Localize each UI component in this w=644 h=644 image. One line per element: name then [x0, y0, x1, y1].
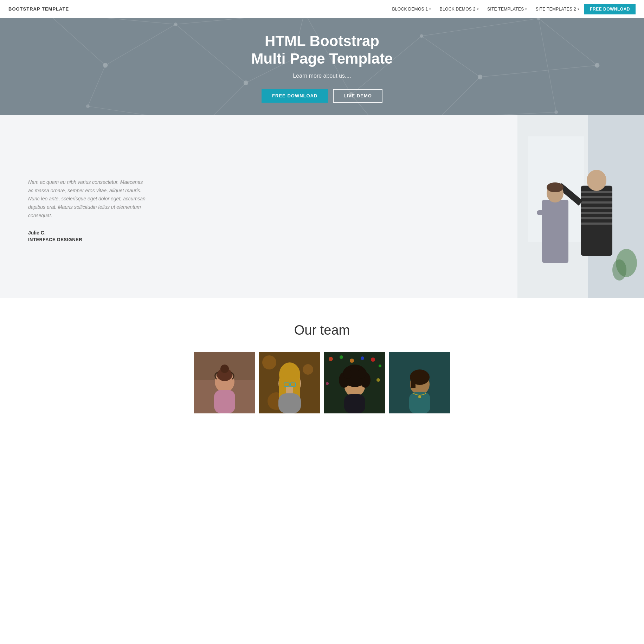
svg-point-65 — [262, 355, 276, 369]
svg-point-98 — [418, 395, 421, 398]
svg-rect-53 — [542, 200, 568, 263]
about-image — [517, 115, 644, 298]
svg-point-83 — [376, 378, 380, 382]
nav-brand[interactable]: BOOTSTRAP TEMPLATE — [8, 6, 69, 12]
svg-point-81 — [371, 358, 375, 362]
hero-section: HTML Bootstrap Multi Page Template Learn… — [0, 18, 644, 115]
team-grid — [7, 352, 637, 413]
svg-rect-47 — [581, 207, 612, 209]
svg-line-31 — [480, 65, 597, 77]
svg-rect-49 — [581, 217, 612, 219]
nav-free-download-button[interactable]: FREE DOWNLOAD — [584, 4, 636, 14]
svg-rect-56 — [537, 210, 549, 215]
hero-buttons: FREE DOWNLOAD LIVE DEMO — [251, 89, 393, 103]
svg-line-34 — [88, 106, 205, 115]
team-photo-4 — [389, 352, 450, 413]
svg-point-66 — [303, 364, 313, 375]
hero-title: HTML Bootstrap Multi Page Template — [251, 32, 393, 68]
svg-rect-48 — [581, 212, 612, 214]
main-nav: BOOTSTRAP TEMPLATE BLOCK DEMOS 1 ▾ BLOCK… — [0, 0, 644, 18]
team-card — [389, 352, 450, 413]
svg-line-32 — [539, 18, 597, 65]
svg-rect-96 — [411, 377, 416, 388]
svg-point-82 — [379, 365, 381, 367]
svg-line-17 — [47, 18, 175, 24]
svg-line-37 — [439, 112, 556, 115]
team-photo-3 — [324, 352, 385, 413]
svg-rect-75 — [278, 393, 301, 413]
svg-line-20 — [176, 24, 246, 83]
team-title: Our team — [7, 323, 637, 338]
about-quote: Nam ac quam eu nibh varius consectetur. … — [28, 178, 148, 220]
about-text-area: Nam ac quam eu nibh varius consectetur. … — [0, 115, 517, 298]
nav-link-site-templates[interactable]: SITE TEMPLATES ▾ — [484, 5, 531, 14]
svg-point-80 — [361, 356, 364, 360]
about-section: Nam ac quam eu nibh varius consectetur. … — [0, 115, 644, 298]
team-card — [194, 352, 255, 413]
chevron-down-icon: ▾ — [578, 7, 579, 11]
hero-free-download-button[interactable]: FREE DOWNLOAD — [262, 89, 328, 103]
hero-content: HTML Bootstrap Multi Page Template Learn… — [244, 18, 400, 115]
chevron-down-icon: ▾ — [429, 7, 431, 11]
svg-point-61 — [220, 365, 229, 373]
svg-point-78 — [340, 355, 343, 359]
svg-rect-62 — [214, 390, 235, 413]
svg-rect-45 — [581, 196, 612, 198]
nav-link-block-demos-2[interactable]: BLOCK DEMOS 2 ▾ — [436, 5, 482, 14]
team-card — [259, 352, 320, 413]
svg-point-90 — [358, 369, 366, 379]
hero-subtitle: Learn more about us.... — [251, 73, 393, 79]
svg-point-55 — [547, 182, 564, 192]
svg-line-33 — [539, 18, 556, 112]
hero-live-demo-button[interactable]: LIVE DEMO — [333, 89, 382, 103]
about-name: Julie C. — [28, 230, 496, 236]
about-photo-placeholder — [517, 115, 644, 298]
nav-links: BLOCK DEMOS 1 ▾ BLOCK DEMOS 2 ▾ SITE TEM… — [389, 4, 636, 14]
svg-rect-46 — [581, 201, 612, 204]
svg-point-51 — [587, 170, 606, 191]
svg-line-16 — [47, 18, 105, 65]
svg-line-28 — [421, 36, 480, 77]
svg-rect-44 — [581, 191, 612, 193]
svg-point-89 — [343, 369, 352, 379]
chevron-down-icon: ▾ — [525, 7, 527, 11]
svg-line-22 — [205, 83, 246, 115]
nav-link-site-templates-2[interactable]: SITE TEMPLATES 2 ▾ — [532, 5, 583, 14]
nav-link-block-demos-1[interactable]: BLOCK DEMOS 1 ▾ — [389, 5, 435, 14]
chevron-down-icon: ▾ — [477, 7, 479, 11]
svg-point-77 — [329, 357, 333, 361]
svg-rect-50 — [581, 223, 612, 225]
team-card — [324, 352, 385, 413]
team-photo-2 — [259, 352, 320, 413]
svg-point-79 — [350, 359, 354, 363]
svg-rect-91 — [344, 394, 365, 413]
team-photo-1 — [194, 352, 255, 413]
svg-point-42 — [612, 259, 626, 281]
svg-line-18 — [105, 24, 176, 65]
svg-point-84 — [326, 382, 329, 385]
svg-line-29 — [421, 18, 539, 36]
svg-line-30 — [439, 77, 480, 115]
about-role: INTERFACE DESIGNER — [28, 237, 496, 242]
team-section: Our team — [0, 298, 644, 420]
svg-line-19 — [88, 65, 105, 107]
